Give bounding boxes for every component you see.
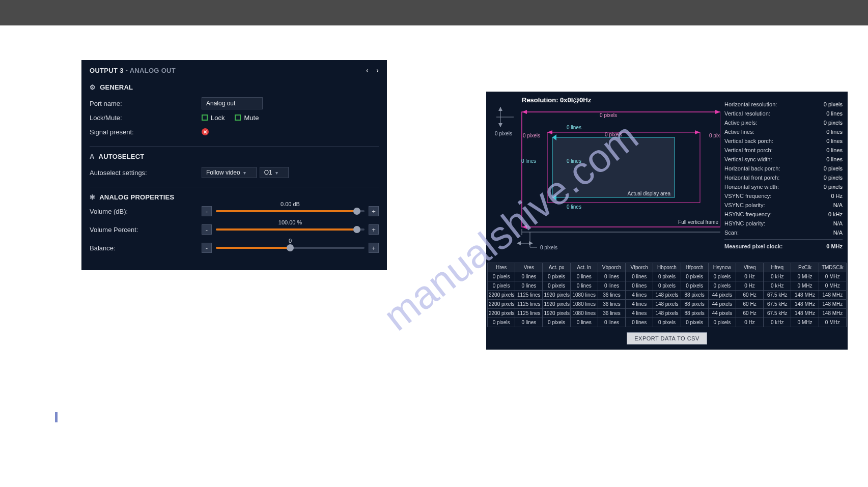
slider-fill <box>216 247 290 249</box>
balance-label: Balance: <box>90 244 202 252</box>
table-cell: 0 MHz <box>819 281 846 291</box>
table-row: 2200 pixels1125 lines1920 pixels1080 lin… <box>488 300 847 309</box>
title-suffix: ANALOG OUT <box>130 67 176 74</box>
table-header: Hfporch <box>681 263 708 272</box>
table-cell: 148 pixels <box>653 309 681 318</box>
prop-key: HSYNC frequency: <box>724 210 772 219</box>
table-cell: 148 MHz <box>819 291 846 300</box>
table-cell: 0 kHz <box>764 281 791 291</box>
table-header: Vfporch <box>626 263 653 272</box>
prop-value: 0 pixels <box>824 173 843 182</box>
table-cell: 0 pixels <box>708 272 736 281</box>
table-cell: 0 pixels <box>681 318 708 327</box>
table-cell: 2200 pixels <box>488 291 515 300</box>
table-cell: 0 lines <box>570 318 598 327</box>
table-cell: 0 lines <box>515 281 543 291</box>
divider <box>724 239 843 240</box>
table-cell: 44 pixels <box>708 300 736 309</box>
mute-checkbox[interactable]: Mute <box>235 114 259 122</box>
balance-plus-button[interactable]: + <box>369 243 379 253</box>
prop-row: Horizontal sync width:0 pixels <box>724 182 843 191</box>
lock-checkbox[interactable]: Lock <box>202 114 225 122</box>
prop-row: Scan:N/A <box>724 228 843 237</box>
page-cursor <box>55 412 58 422</box>
slider-knob[interactable] <box>353 208 360 215</box>
next-output-button[interactable]: › <box>376 66 379 74</box>
svg-marker-6 <box>715 110 720 114</box>
table-cell: 148 MHz <box>791 300 819 309</box>
prop-key: Vertical sync width: <box>724 155 772 164</box>
table-cell: 1125 lines <box>515 300 543 309</box>
balance-minus-button[interactable]: - <box>202 243 212 253</box>
table-cell: 2200 pixels <box>488 300 515 309</box>
table-cell: 0 lines <box>598 272 625 281</box>
table-cell: 4 lines <box>626 291 653 300</box>
volume-pct-minus-button[interactable]: - <box>202 224 212 235</box>
table-header: Hsyncw <box>708 263 736 272</box>
table-cell: 0 MHz <box>791 318 819 327</box>
table-header: Act. ln <box>570 263 598 272</box>
autoselect-output-select[interactable]: O1 ▾ <box>260 167 289 178</box>
inner-top-pixels: 0 pixels <box>605 132 622 137</box>
volume-db-plus-button[interactable]: + <box>369 206 379 216</box>
volume-pct-plus-button[interactable]: + <box>369 224 379 235</box>
prop-value: 0 kHz <box>828 210 843 219</box>
volume-pct-slider[interactable]: 100.00 % <box>216 228 365 231</box>
prop-value: 0 lines <box>826 109 843 118</box>
prop-row: VSYNC polarity:N/A <box>724 200 843 210</box>
table-row: 0 pixels0 lines0 pixels0 lines0 lines0 l… <box>488 281 847 291</box>
table-cell: 148 MHz <box>791 309 819 318</box>
right-pixels: 0 pixels <box>709 133 720 138</box>
table-cell: 148 MHz <box>819 309 846 318</box>
table-cell: 0 pixels <box>708 318 736 327</box>
left-pixels: 0 pixels <box>523 133 540 138</box>
prop-row: Horizontal back porch:0 pixels <box>724 164 843 173</box>
bottom-lines: 0 lines <box>567 204 581 210</box>
slider-knob[interactable] <box>287 244 294 251</box>
volume-db-minus-button[interactable]: - <box>202 206 212 216</box>
outer-lines: 0 lines <box>521 158 536 164</box>
volume-db-row: Volume (dB): - 0.00 dB + <box>90 206 379 216</box>
slider-fill <box>216 228 357 231</box>
svg-marker-7 <box>522 225 527 229</box>
divider <box>90 146 379 147</box>
table-cell: 1920 pixels <box>543 291 570 300</box>
volume-pct-slider-wrap: - 100.00 % + <box>202 224 379 235</box>
timing-table: HresVresAct. pxAct. lnVbporchVfporchHbpo… <box>487 263 847 327</box>
table-header: PxClk <box>791 263 819 272</box>
prop-key: Horizontal resolution: <box>724 100 777 109</box>
table-cell: 0 pixels <box>653 318 681 327</box>
divider <box>90 187 379 187</box>
prop-value: N/A <box>833 228 843 237</box>
balance-slider[interactable]: 0 <box>216 247 365 249</box>
prop-key: Vertical back porch: <box>724 136 773 146</box>
autoselect-header: A AUTOSELECT <box>90 153 379 160</box>
table-cell: 1920 pixels <box>543 309 570 318</box>
table-cell: 67.5 kHz <box>764 291 791 300</box>
table-cell: 0 lines <box>598 281 625 291</box>
port-name-label: Port name: <box>90 100 202 107</box>
table-row: 2200 pixels1125 lines1920 pixels1080 lin… <box>488 309 847 318</box>
export-csv-button[interactable]: EXPORT DATA TO CSV <box>627 332 707 345</box>
prop-row: Vertical front porch:0 lines <box>724 146 843 155</box>
slider-knob[interactable] <box>353 226 360 233</box>
volume-db-slider[interactable]: 0.00 dB <box>216 210 365 212</box>
volume-db-slider-wrap: - 0.00 dB + <box>202 206 379 216</box>
autoselect-mode-select[interactable]: Follow video ▾ <box>202 167 257 178</box>
panel-header: OUTPUT 3 - ANALOG OUT ‹ › <box>90 66 379 74</box>
table-header-row: HresVresAct. pxAct. lnVbporchVfporchHbpo… <box>488 263 847 272</box>
sliders-icon: ✻ <box>90 193 95 201</box>
lock-mute-label: Lock/Mute: <box>90 114 202 122</box>
table-cell: 88 pixels <box>681 300 708 309</box>
table-cell: 44 pixels <box>708 309 736 318</box>
table-cell: 1125 lines <box>515 291 543 300</box>
table-cell: 0 MHz <box>819 318 846 327</box>
general-header-label: GENERAL <box>100 83 133 91</box>
prop-value: N/A <box>833 200 843 210</box>
port-name-input[interactable] <box>202 97 263 109</box>
prev-output-button[interactable]: ‹ <box>366 66 369 74</box>
panel-title: OUTPUT 3 - ANALOG OUT <box>90 67 176 74</box>
table-cell: 0 pixels <box>488 281 515 291</box>
table-cell: 148 MHz <box>819 300 846 309</box>
measured-clock-label: Measured pixel clock: <box>724 242 782 251</box>
